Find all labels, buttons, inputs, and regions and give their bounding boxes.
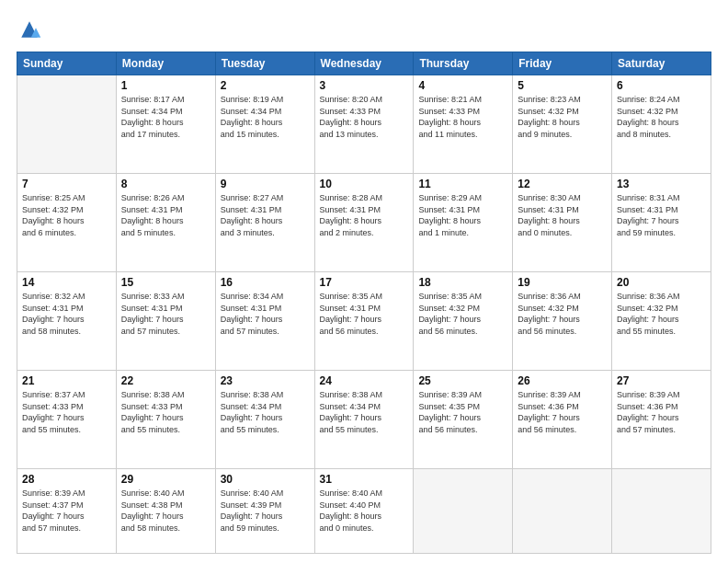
day-number: 22 — [121, 374, 210, 387]
calendar-cell: 9Sunrise: 8:27 AM Sunset: 4:31 PM Daylig… — [215, 174, 314, 272]
day-number: 20 — [617, 276, 706, 289]
calendar-cell: 23Sunrise: 8:38 AM Sunset: 4:34 PM Dayli… — [215, 371, 314, 469]
day-info: Sunrise: 8:29 AM Sunset: 4:31 PM Dayligh… — [418, 192, 507, 238]
day-number: 28 — [22, 473, 111, 486]
calendar-cell: 27Sunrise: 8:39 AM Sunset: 4:36 PM Dayli… — [612, 371, 711, 469]
calendar: SundayMondayTuesdayWednesdayThursdayFrid… — [17, 52, 711, 554]
day-number: 17 — [320, 276, 409, 289]
calendar-cell: 15Sunrise: 8:33 AM Sunset: 4:31 PM Dayli… — [116, 272, 215, 371]
day-info: Sunrise: 8:38 AM Sunset: 4:33 PM Dayligh… — [121, 389, 210, 435]
day-info: Sunrise: 8:26 AM Sunset: 4:31 PM Dayligh… — [121, 192, 210, 238]
day-number: 16 — [221, 276, 310, 289]
calendar-cell: 1Sunrise: 8:17 AM Sunset: 4:34 PM Daylig… — [116, 75, 215, 174]
day-info: Sunrise: 8:40 AM Sunset: 4:38 PM Dayligh… — [121, 488, 210, 534]
calendar-cell — [414, 469, 513, 554]
calendar-cell: 7Sunrise: 8:25 AM Sunset: 4:32 PM Daylig… — [17, 174, 117, 272]
day-number: 12 — [518, 178, 607, 190]
day-number: 18 — [418, 276, 507, 289]
day-number: 2 — [221, 79, 310, 92]
calendar-cell: 31Sunrise: 8:40 AM Sunset: 4:40 PM Dayli… — [314, 469, 414, 554]
day-number: 25 — [418, 374, 507, 387]
day-number: 4 — [418, 79, 507, 92]
day-info: Sunrise: 8:39 AM Sunset: 4:36 PM Dayligh… — [617, 389, 706, 435]
calendar-cell: 3Sunrise: 8:20 AM Sunset: 4:33 PM Daylig… — [314, 75, 414, 174]
calendar-cell: 26Sunrise: 8:39 AM Sunset: 4:36 PM Dayli… — [513, 371, 612, 469]
calendar-cell: 8Sunrise: 8:26 AM Sunset: 4:31 PM Daylig… — [116, 174, 215, 272]
calendar-cell: 29Sunrise: 8:40 AM Sunset: 4:38 PM Dayli… — [116, 469, 215, 554]
day-number: 23 — [221, 374, 310, 387]
day-info: Sunrise: 8:21 AM Sunset: 4:33 PM Dayligh… — [418, 94, 507, 140]
day-info: Sunrise: 8:38 AM Sunset: 4:34 PM Dayligh… — [221, 389, 310, 435]
calendar-cell: 18Sunrise: 8:35 AM Sunset: 4:32 PM Dayli… — [414, 272, 513, 371]
logo-icon — [17, 17, 42, 42]
day-number: 11 — [418, 178, 507, 190]
day-number: 31 — [320, 473, 409, 486]
week-row-3: 14Sunrise: 8:32 AM Sunset: 4:31 PM Dayli… — [17, 272, 711, 371]
day-info: Sunrise: 8:27 AM Sunset: 4:31 PM Dayligh… — [221, 192, 310, 238]
weekday-header-saturday: Saturday — [612, 52, 711, 75]
calendar-cell: 13Sunrise: 8:31 AM Sunset: 4:31 PM Dayli… — [612, 174, 711, 272]
day-info: Sunrise: 8:37 AM Sunset: 4:33 PM Dayligh… — [22, 389, 111, 435]
weekday-header-tuesday: Tuesday — [215, 52, 314, 75]
top-section — [17, 17, 711, 42]
day-info: Sunrise: 8:35 AM Sunset: 4:32 PM Dayligh… — [418, 291, 507, 337]
calendar-cell: 2Sunrise: 8:19 AM Sunset: 4:34 PM Daylig… — [215, 75, 314, 174]
day-number: 7 — [22, 178, 111, 190]
day-info: Sunrise: 8:39 AM Sunset: 4:37 PM Dayligh… — [22, 488, 111, 534]
calendar-cell: 12Sunrise: 8:30 AM Sunset: 4:31 PM Dayli… — [513, 174, 612, 272]
day-number: 30 — [221, 473, 310, 486]
day-number: 29 — [121, 473, 210, 486]
day-number: 24 — [320, 374, 409, 387]
weekday-header-friday: Friday — [513, 52, 612, 75]
day-info: Sunrise: 8:32 AM Sunset: 4:31 PM Dayligh… — [22, 291, 111, 337]
calendar-cell — [513, 469, 612, 554]
day-number: 10 — [320, 178, 409, 190]
day-info: Sunrise: 8:17 AM Sunset: 4:34 PM Dayligh… — [121, 94, 210, 140]
calendar-cell: 5Sunrise: 8:23 AM Sunset: 4:32 PM Daylig… — [513, 75, 612, 174]
day-number: 26 — [518, 374, 607, 387]
calendar-cell: 14Sunrise: 8:32 AM Sunset: 4:31 PM Dayli… — [17, 272, 117, 371]
day-info: Sunrise: 8:35 AM Sunset: 4:31 PM Dayligh… — [320, 291, 409, 337]
weekday-header-wednesday: Wednesday — [314, 52, 414, 75]
day-info: Sunrise: 8:31 AM Sunset: 4:31 PM Dayligh… — [617, 192, 706, 238]
day-number: 19 — [518, 276, 607, 289]
day-info: Sunrise: 8:40 AM Sunset: 4:40 PM Dayligh… — [320, 488, 409, 534]
week-row-4: 21Sunrise: 8:37 AM Sunset: 4:33 PM Dayli… — [17, 371, 711, 469]
calendar-cell: 30Sunrise: 8:40 AM Sunset: 4:39 PM Dayli… — [215, 469, 314, 554]
calendar-cell: 16Sunrise: 8:34 AM Sunset: 4:31 PM Dayli… — [215, 272, 314, 371]
day-number: 3 — [320, 79, 409, 92]
calendar-cell: 24Sunrise: 8:38 AM Sunset: 4:34 PM Dayli… — [314, 371, 414, 469]
day-number: 6 — [617, 79, 706, 92]
calendar-cell: 17Sunrise: 8:35 AM Sunset: 4:31 PM Dayli… — [314, 272, 414, 371]
day-info: Sunrise: 8:20 AM Sunset: 4:33 PM Dayligh… — [320, 94, 409, 140]
calendar-cell: 20Sunrise: 8:36 AM Sunset: 4:32 PM Dayli… — [612, 272, 711, 371]
day-info: Sunrise: 8:28 AM Sunset: 4:31 PM Dayligh… — [320, 192, 409, 238]
weekday-header-sunday: Sunday — [17, 52, 117, 75]
calendar-cell: 28Sunrise: 8:39 AM Sunset: 4:37 PM Dayli… — [17, 469, 117, 554]
day-number: 27 — [617, 374, 706, 387]
day-info: Sunrise: 8:36 AM Sunset: 4:32 PM Dayligh… — [518, 291, 607, 337]
week-row-1: 1Sunrise: 8:17 AM Sunset: 4:34 PM Daylig… — [17, 75, 711, 174]
day-number: 9 — [221, 178, 310, 190]
week-row-2: 7Sunrise: 8:25 AM Sunset: 4:32 PM Daylig… — [17, 174, 711, 272]
day-info: Sunrise: 8:36 AM Sunset: 4:32 PM Dayligh… — [617, 291, 706, 337]
day-info: Sunrise: 8:39 AM Sunset: 4:36 PM Dayligh… — [518, 389, 607, 435]
day-info: Sunrise: 8:34 AM Sunset: 4:31 PM Dayligh… — [221, 291, 310, 337]
calendar-cell: 22Sunrise: 8:38 AM Sunset: 4:33 PM Dayli… — [116, 371, 215, 469]
calendar-cell: 11Sunrise: 8:29 AM Sunset: 4:31 PM Dayli… — [414, 174, 513, 272]
page: SundayMondayTuesdayWednesdayThursdayFrid… — [0, 0, 728, 563]
calendar-cell: 21Sunrise: 8:37 AM Sunset: 4:33 PM Dayli… — [17, 371, 117, 469]
day-info: Sunrise: 8:30 AM Sunset: 4:31 PM Dayligh… — [518, 192, 607, 238]
day-number: 1 — [121, 79, 210, 92]
weekday-header-thursday: Thursday — [414, 52, 513, 75]
day-info: Sunrise: 8:24 AM Sunset: 4:32 PM Dayligh… — [617, 94, 706, 140]
day-number: 13 — [617, 178, 706, 190]
day-number: 5 — [518, 79, 607, 92]
day-number: 15 — [121, 276, 210, 289]
logo — [17, 17, 46, 42]
calendar-cell: 4Sunrise: 8:21 AM Sunset: 4:33 PM Daylig… — [414, 75, 513, 174]
week-row-5: 28Sunrise: 8:39 AM Sunset: 4:37 PM Dayli… — [17, 469, 711, 554]
calendar-cell — [612, 469, 711, 554]
calendar-cell: 6Sunrise: 8:24 AM Sunset: 4:32 PM Daylig… — [612, 75, 711, 174]
day-info: Sunrise: 8:23 AM Sunset: 4:32 PM Dayligh… — [518, 94, 607, 140]
